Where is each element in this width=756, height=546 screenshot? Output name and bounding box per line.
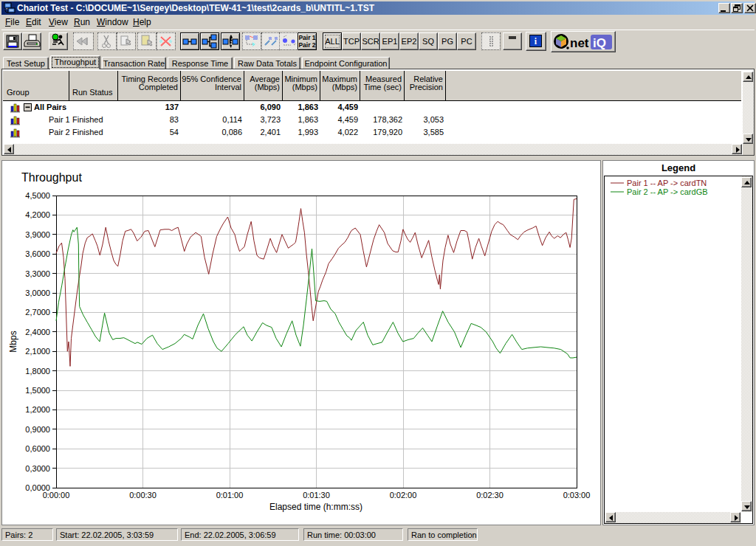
svg-text:3,6000: 3,6000 bbox=[25, 249, 50, 258]
svg-text:1,8000: 1,8000 bbox=[25, 367, 50, 376]
svg-text:net: net bbox=[570, 36, 589, 50]
svg-text:Throughput: Throughput bbox=[21, 171, 82, 184]
svg-text:0:00:30: 0:00:30 bbox=[129, 491, 157, 500]
svg-text:Mbps: Mbps bbox=[8, 331, 18, 352]
svg-text:3,9000: 3,9000 bbox=[25, 230, 50, 239]
svg-text:0:01:30: 0:01:30 bbox=[303, 491, 330, 500]
svg-text:0:02:00: 0:02:00 bbox=[390, 491, 417, 500]
svg-text:3,3000: 3,3000 bbox=[25, 269, 50, 278]
svg-text:0:03:00: 0:03:00 bbox=[563, 491, 591, 500]
svg-text:Elapsed time (h:mm:ss): Elapsed time (h:mm:ss) bbox=[269, 502, 362, 512]
svg-text:0:01:00: 0:01:00 bbox=[216, 491, 244, 500]
svg-text:3,0000: 3,0000 bbox=[25, 288, 50, 297]
svg-text:4,2000: 4,2000 bbox=[25, 210, 50, 219]
svg-text:2,1000: 2,1000 bbox=[25, 347, 50, 356]
svg-text:2,4000: 2,4000 bbox=[25, 328, 50, 336]
svg-text:Pair 1 -- AP -> cardTN: Pair 1 -- AP -> cardTN bbox=[627, 179, 707, 187]
svg-text:Pair 1: Pair 1 bbox=[298, 34, 315, 41]
svg-text:2,7000: 2,7000 bbox=[25, 308, 50, 317]
svg-text:Pair 2: Pair 2 bbox=[298, 41, 315, 49]
svg-text:1,2000: 1,2000 bbox=[25, 405, 50, 414]
svg-text:0:00:00: 0:00:00 bbox=[43, 491, 70, 500]
svg-text:iQ: iQ bbox=[593, 36, 606, 50]
svg-text:4,5000: 4,5000 bbox=[25, 191, 50, 200]
svg-text:1,5000: 1,5000 bbox=[25, 386, 50, 395]
svg-text:Pair 2 -- AP -> cardGB: Pair 2 -- AP -> cardGB bbox=[627, 187, 708, 196]
svg-text:0,3000: 0,3000 bbox=[25, 464, 50, 473]
svg-text:0,6000: 0,6000 bbox=[25, 444, 50, 453]
svg-text:0,9000: 0,9000 bbox=[25, 425, 50, 434]
svg-text:0:02:30: 0:02:30 bbox=[476, 491, 504, 500]
